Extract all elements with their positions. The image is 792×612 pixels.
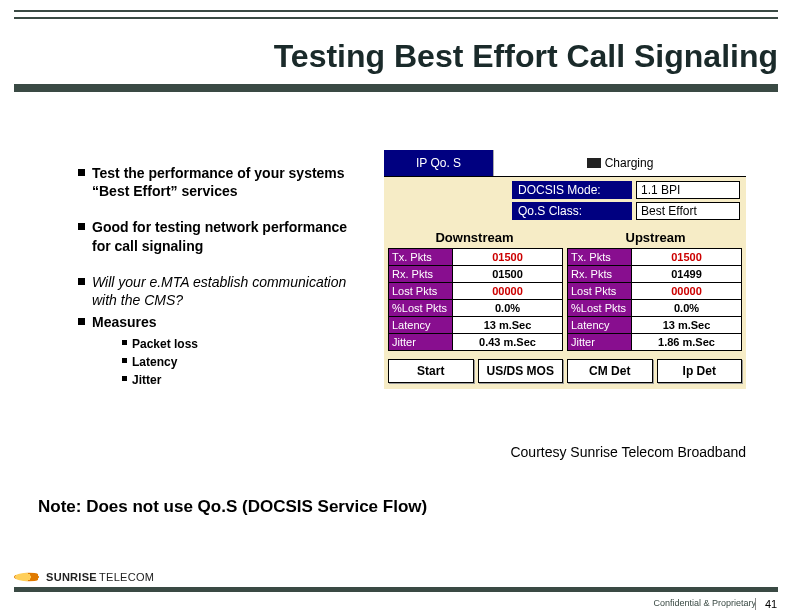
info-rows: DOCSIS Mode: 1.1 BPI Qo.S Class: Best Ef… bbox=[384, 177, 746, 222]
slide: Testing Best Effort Call Signaling Test … bbox=[0, 0, 792, 612]
row-label: Jitter bbox=[389, 334, 453, 351]
decorative-rule bbox=[14, 84, 778, 92]
cm-det-button[interactable]: CM Det bbox=[567, 359, 653, 383]
row-value: 0.43 m.Sec bbox=[453, 334, 563, 351]
row-value: 01500 bbox=[453, 249, 563, 266]
page-number: 41 bbox=[755, 598, 782, 610]
row-value: 01499 bbox=[632, 266, 742, 283]
panel-tabs: IP Qo. S Charging bbox=[384, 150, 746, 177]
row-label: Tx. Pkts bbox=[568, 249, 632, 266]
row-value: 01500 bbox=[632, 249, 742, 266]
row-label: Jitter bbox=[568, 334, 632, 351]
tab-label: IP Qo. S bbox=[416, 156, 461, 170]
info-label: DOCSIS Mode: bbox=[512, 181, 632, 199]
note-text: Note: Does not use Qo.S (DOCSIS Service … bbox=[38, 497, 427, 517]
ip-det-button[interactable]: Ip Det bbox=[657, 359, 743, 383]
sun-icon bbox=[14, 573, 44, 581]
row-label: %Lost Pkts bbox=[389, 300, 453, 317]
header-downstream: Downstream bbox=[384, 226, 565, 248]
row-value: 13 m.Sec bbox=[632, 317, 742, 334]
table-downstream: Tx. Pkts01500 Rx. Pkts01500 Lost Pkts000… bbox=[388, 248, 563, 351]
bullet-item: Measures bbox=[78, 313, 368, 331]
plug-icon bbox=[587, 158, 601, 168]
footer-rule bbox=[14, 587, 778, 592]
sub-bullet-item: Packet loss bbox=[122, 335, 368, 353]
bullet-item: Test the performance of your systems “Be… bbox=[78, 164, 368, 200]
row-label: Tx. Pkts bbox=[389, 249, 453, 266]
brand-text-2: TELECOM bbox=[99, 571, 154, 583]
row-value: 00000 bbox=[453, 283, 563, 300]
info-row-docsis: DOCSIS Mode: 1.1 BPI bbox=[512, 181, 740, 199]
start-button[interactable]: Start bbox=[388, 359, 474, 383]
analyzer-panel: IP Qo. S Charging DOCSIS Mode: 1.1 BPI Q… bbox=[384, 150, 746, 389]
button-row: Start US/DS MOS CM Det Ip Det bbox=[384, 355, 746, 389]
confidential-text: Confidential & Proprietary bbox=[653, 598, 756, 608]
courtesy-text: Courtesy Sunrise Telecom Broadband bbox=[384, 444, 746, 460]
header-upstream: Upstream bbox=[565, 226, 746, 248]
brand-logo: SUNRISE TELECOM bbox=[14, 570, 154, 584]
bullet-list: Test the performance of your systems “Be… bbox=[78, 164, 368, 389]
stream-headers: Downstream Upstream bbox=[384, 226, 746, 248]
bullet-item: Will your e.MTA establish communication … bbox=[78, 273, 368, 309]
sub-bullet-item: Latency bbox=[122, 353, 368, 371]
sub-bullet-item: Jitter bbox=[122, 371, 368, 389]
slide-title: Testing Best Effort Call Signaling bbox=[14, 38, 778, 75]
info-row-qos: Qo.S Class: Best Effort bbox=[512, 202, 740, 220]
usds-mos-button[interactable]: US/DS MOS bbox=[478, 359, 564, 383]
sub-bullet-list: Packet loss Latency Jitter bbox=[78, 335, 368, 389]
row-value: 0.0% bbox=[632, 300, 742, 317]
info-value: Best Effort bbox=[636, 202, 740, 220]
tab-ipqos: IP Qo. S bbox=[384, 150, 494, 176]
tab-label: Charging bbox=[605, 156, 654, 170]
bullet-item: Good for testing network performance for… bbox=[78, 218, 368, 254]
info-value: 1.1 BPI bbox=[636, 181, 740, 199]
decorative-rule bbox=[14, 10, 778, 12]
table-upstream: Tx. Pkts01500 Rx. Pkts01499 Lost Pkts000… bbox=[567, 248, 742, 351]
stream-tables: Tx. Pkts01500 Rx. Pkts01500 Lost Pkts000… bbox=[384, 248, 746, 355]
row-label: Latency bbox=[568, 317, 632, 334]
row-value: 1.86 m.Sec bbox=[632, 334, 742, 351]
row-label: Lost Pkts bbox=[568, 283, 632, 300]
info-label: Qo.S Class: bbox=[512, 202, 632, 220]
row-label: Latency bbox=[389, 317, 453, 334]
row-label: Rx. Pkts bbox=[389, 266, 453, 283]
brand-text-1: SUNRISE bbox=[46, 571, 97, 583]
row-value: 00000 bbox=[632, 283, 742, 300]
tab-charging: Charging bbox=[494, 150, 746, 176]
row-value: 0.0% bbox=[453, 300, 563, 317]
decorative-rule bbox=[14, 17, 778, 19]
row-value: 13 m.Sec bbox=[453, 317, 563, 334]
row-value: 01500 bbox=[453, 266, 563, 283]
row-label: Rx. Pkts bbox=[568, 266, 632, 283]
row-label: Lost Pkts bbox=[389, 283, 453, 300]
row-label: %Lost Pkts bbox=[568, 300, 632, 317]
